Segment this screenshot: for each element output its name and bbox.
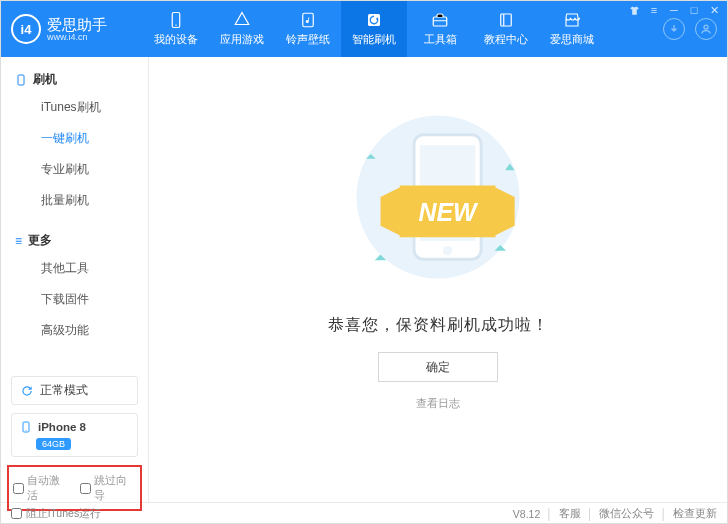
sidebar-item-0-3[interactable]: 批量刷机 xyxy=(1,185,148,216)
phone-icon xyxy=(20,420,32,434)
store-icon xyxy=(563,11,581,29)
toolbox-icon xyxy=(431,11,449,29)
brand-name: 爱思助手 xyxy=(47,17,107,32)
nav-item-1[interactable]: 应用游戏 xyxy=(209,1,275,57)
sidebar-item-0-2[interactable]: 专业刷机 xyxy=(1,154,148,185)
skin-icon[interactable] xyxy=(627,3,641,17)
sidebar-item-1-1[interactable]: 下载固件 xyxy=(1,284,148,315)
window-controls: ≡ ─ □ ✕ xyxy=(627,3,721,17)
nav-item-6[interactable]: 爱思商城 xyxy=(539,1,605,57)
user-button[interactable] xyxy=(695,18,717,40)
device-mode[interactable]: 正常模式 xyxy=(11,376,138,405)
view-log-link[interactable]: 查看日志 xyxy=(416,396,460,411)
nav-item-3[interactable]: 智能刷机 xyxy=(341,1,407,57)
sidebar-item-1-0[interactable]: 其他工具 xyxy=(1,253,148,284)
nav-item-4[interactable]: 工具箱 xyxy=(407,1,473,57)
menu-icon: ≡ xyxy=(15,234,22,248)
footer-link-update[interactable]: 检查更新 xyxy=(673,507,717,521)
maximize-icon[interactable]: □ xyxy=(687,3,701,17)
svg-point-17 xyxy=(443,246,453,256)
main-content: NEW 恭喜您，保资料刷机成功啦！ 确定 查看日志 xyxy=(149,57,727,502)
refresh-icon xyxy=(365,11,383,29)
device-box[interactable]: iPhone 8 64GB xyxy=(11,413,138,457)
refresh-icon xyxy=(20,384,34,398)
app-header: i4 爱思助手 www.i4.cn 我的设备应用游戏铃声壁纸智能刷机工具箱教程中… xyxy=(1,1,727,57)
version-label: V8.12 xyxy=(513,508,540,520)
svg-point-6 xyxy=(704,25,708,29)
block-itunes-checkbox[interactable]: 阻止iTunes运行 xyxy=(11,507,101,521)
apps-icon xyxy=(233,11,251,29)
footer-link-support[interactable]: 客服 xyxy=(559,507,581,521)
device-name: iPhone 8 xyxy=(38,421,86,433)
brand: i4 爱思助手 www.i4.cn xyxy=(1,1,143,57)
success-message: 恭喜您，保资料刷机成功啦！ xyxy=(328,315,549,336)
sidebar-item-0-0[interactable]: iTunes刷机 xyxy=(1,92,148,123)
svg-rect-4 xyxy=(433,17,447,26)
book-icon xyxy=(497,11,515,29)
phone-icon xyxy=(167,11,185,29)
svg-rect-7 xyxy=(18,75,24,85)
sidebar-group-header-1[interactable]: ≡更多 xyxy=(1,228,148,253)
success-illustration: NEW xyxy=(323,97,553,297)
nav-item-0[interactable]: 我的设备 xyxy=(143,1,209,57)
storage-badge: 64GB xyxy=(36,438,71,450)
options-row: 自动激活 跳过向导 xyxy=(7,465,142,511)
sidebar-item-1-2[interactable]: 高级功能 xyxy=(1,315,148,346)
brand-logo-icon: i4 xyxy=(11,14,41,44)
mode-label: 正常模式 xyxy=(40,383,88,398)
sidebar-item-0-1[interactable]: 一键刷机 xyxy=(1,123,148,154)
footer-link-wechat[interactable]: 微信公众号 xyxy=(599,507,654,521)
minimize-icon[interactable]: ─ xyxy=(667,3,681,17)
confirm-button[interactable]: 确定 xyxy=(378,352,498,382)
auto-activate-checkbox[interactable]: 自动激活 xyxy=(13,473,70,503)
svg-rect-5 xyxy=(501,14,512,26)
phone-icon xyxy=(15,73,27,87)
sidebar-group-header-0[interactable]: 刷机 xyxy=(1,67,148,92)
top-nav: 我的设备应用游戏铃声壁纸智能刷机工具箱教程中心爱思商城 xyxy=(143,1,663,57)
close-icon[interactable]: ✕ xyxy=(707,3,721,17)
skip-wizard-checkbox[interactable]: 跳过向导 xyxy=(80,473,137,503)
music-icon xyxy=(299,11,317,29)
svg-point-1 xyxy=(175,25,177,27)
svg-text:NEW: NEW xyxy=(419,198,480,226)
brand-url: www.i4.cn xyxy=(47,32,107,42)
menu-icon[interactable]: ≡ xyxy=(647,3,661,17)
nav-item-5[interactable]: 教程中心 xyxy=(473,1,539,57)
svg-point-9 xyxy=(26,430,27,431)
nav-item-2[interactable]: 铃声壁纸 xyxy=(275,1,341,57)
sidebar: 刷机iTunes刷机一键刷机专业刷机批量刷机≡更多其他工具下载固件高级功能 正常… xyxy=(1,57,149,502)
download-button[interactable] xyxy=(663,18,685,40)
